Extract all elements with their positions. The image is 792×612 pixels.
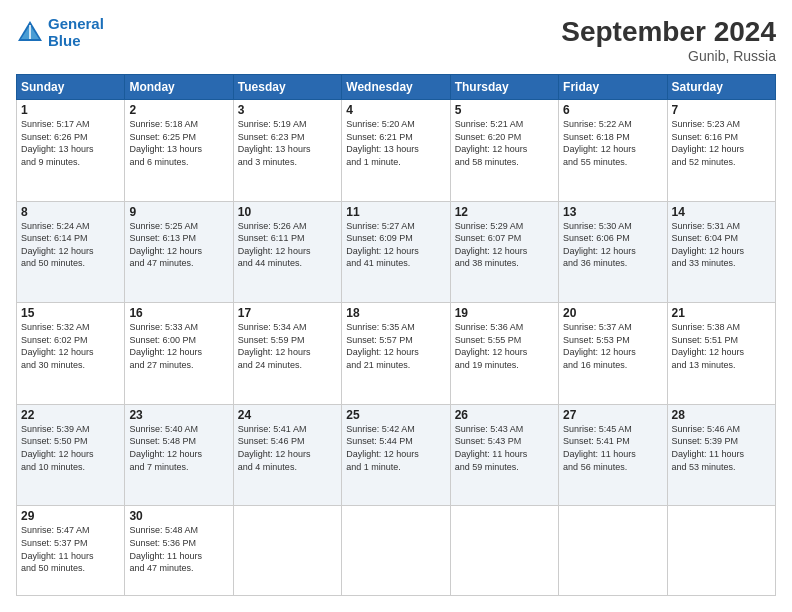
day-info: Sunrise: 5:29 AM Sunset: 6:07 PM Dayligh…	[455, 220, 554, 270]
day-info: Sunrise: 5:19 AM Sunset: 6:23 PM Dayligh…	[238, 118, 337, 168]
day-info: Sunrise: 5:39 AM Sunset: 5:50 PM Dayligh…	[21, 423, 120, 473]
calendar-cell: 12Sunrise: 5:29 AM Sunset: 6:07 PM Dayli…	[450, 201, 558, 303]
calendar-cell: 4Sunrise: 5:20 AM Sunset: 6:21 PM Daylig…	[342, 100, 450, 202]
day-info: Sunrise: 5:25 AM Sunset: 6:13 PM Dayligh…	[129, 220, 228, 270]
calendar-cell: 5Sunrise: 5:21 AM Sunset: 6:20 PM Daylig…	[450, 100, 558, 202]
calendar-cell: 8Sunrise: 5:24 AM Sunset: 6:14 PM Daylig…	[17, 201, 125, 303]
weekday-header-thursday: Thursday	[450, 75, 558, 100]
day-info: Sunrise: 5:40 AM Sunset: 5:48 PM Dayligh…	[129, 423, 228, 473]
day-number: 23	[129, 408, 228, 422]
calendar-week-row: 15Sunrise: 5:32 AM Sunset: 6:02 PM Dayli…	[17, 303, 776, 405]
day-info: Sunrise: 5:43 AM Sunset: 5:43 PM Dayligh…	[455, 423, 554, 473]
day-number: 7	[672, 103, 771, 117]
day-info: Sunrise: 5:21 AM Sunset: 6:20 PM Dayligh…	[455, 118, 554, 168]
calendar-cell	[667, 506, 775, 596]
calendar-cell: 17Sunrise: 5:34 AM Sunset: 5:59 PM Dayli…	[233, 303, 341, 405]
day-info: Sunrise: 5:32 AM Sunset: 6:02 PM Dayligh…	[21, 321, 120, 371]
day-number: 21	[672, 306, 771, 320]
calendar-cell: 30Sunrise: 5:48 AM Sunset: 5:36 PM Dayli…	[125, 506, 233, 596]
day-info: Sunrise: 5:33 AM Sunset: 6:00 PM Dayligh…	[129, 321, 228, 371]
weekday-header-row: SundayMondayTuesdayWednesdayThursdayFrid…	[17, 75, 776, 100]
month-title: September 2024	[561, 16, 776, 48]
calendar-week-row: 29Sunrise: 5:47 AM Sunset: 5:37 PM Dayli…	[17, 506, 776, 596]
logo-icon	[16, 19, 44, 47]
calendar-cell: 13Sunrise: 5:30 AM Sunset: 6:06 PM Dayli…	[559, 201, 667, 303]
day-info: Sunrise: 5:45 AM Sunset: 5:41 PM Dayligh…	[563, 423, 662, 473]
day-number: 26	[455, 408, 554, 422]
day-info: Sunrise: 5:30 AM Sunset: 6:06 PM Dayligh…	[563, 220, 662, 270]
day-number: 4	[346, 103, 445, 117]
calendar-cell: 22Sunrise: 5:39 AM Sunset: 5:50 PM Dayli…	[17, 404, 125, 506]
day-info: Sunrise: 5:42 AM Sunset: 5:44 PM Dayligh…	[346, 423, 445, 473]
day-number: 11	[346, 205, 445, 219]
calendar-cell: 24Sunrise: 5:41 AM Sunset: 5:46 PM Dayli…	[233, 404, 341, 506]
title-block: September 2024 Gunib, Russia	[561, 16, 776, 64]
day-info: Sunrise: 5:46 AM Sunset: 5:39 PM Dayligh…	[672, 423, 771, 473]
day-number: 27	[563, 408, 662, 422]
calendar-cell: 19Sunrise: 5:36 AM Sunset: 5:55 PM Dayli…	[450, 303, 558, 405]
calendar-week-row: 1Sunrise: 5:17 AM Sunset: 6:26 PM Daylig…	[17, 100, 776, 202]
calendar-cell: 14Sunrise: 5:31 AM Sunset: 6:04 PM Dayli…	[667, 201, 775, 303]
calendar-cell: 6Sunrise: 5:22 AM Sunset: 6:18 PM Daylig…	[559, 100, 667, 202]
day-number: 29	[21, 509, 120, 523]
calendar-cell: 29Sunrise: 5:47 AM Sunset: 5:37 PM Dayli…	[17, 506, 125, 596]
day-info: Sunrise: 5:24 AM Sunset: 6:14 PM Dayligh…	[21, 220, 120, 270]
day-number: 9	[129, 205, 228, 219]
weekday-header-friday: Friday	[559, 75, 667, 100]
day-number: 15	[21, 306, 120, 320]
calendar-week-row: 8Sunrise: 5:24 AM Sunset: 6:14 PM Daylig…	[17, 201, 776, 303]
day-number: 28	[672, 408, 771, 422]
calendar-cell: 16Sunrise: 5:33 AM Sunset: 6:00 PM Dayli…	[125, 303, 233, 405]
day-info: Sunrise: 5:23 AM Sunset: 6:16 PM Dayligh…	[672, 118, 771, 168]
day-number: 20	[563, 306, 662, 320]
calendar-cell	[233, 506, 341, 596]
calendar-week-row: 22Sunrise: 5:39 AM Sunset: 5:50 PM Dayli…	[17, 404, 776, 506]
calendar-cell	[450, 506, 558, 596]
calendar-cell: 7Sunrise: 5:23 AM Sunset: 6:16 PM Daylig…	[667, 100, 775, 202]
day-info: Sunrise: 5:37 AM Sunset: 5:53 PM Dayligh…	[563, 321, 662, 371]
calendar-cell: 25Sunrise: 5:42 AM Sunset: 5:44 PM Dayli…	[342, 404, 450, 506]
day-number: 12	[455, 205, 554, 219]
calendar-cell: 9Sunrise: 5:25 AM Sunset: 6:13 PM Daylig…	[125, 201, 233, 303]
calendar-cell: 3Sunrise: 5:19 AM Sunset: 6:23 PM Daylig…	[233, 100, 341, 202]
weekday-header-sunday: Sunday	[17, 75, 125, 100]
calendar-cell: 11Sunrise: 5:27 AM Sunset: 6:09 PM Dayli…	[342, 201, 450, 303]
calendar-table: SundayMondayTuesdayWednesdayThursdayFrid…	[16, 74, 776, 596]
weekday-header-tuesday: Tuesday	[233, 75, 341, 100]
calendar-cell: 20Sunrise: 5:37 AM Sunset: 5:53 PM Dayli…	[559, 303, 667, 405]
day-number: 5	[455, 103, 554, 117]
day-info: Sunrise: 5:34 AM Sunset: 5:59 PM Dayligh…	[238, 321, 337, 371]
day-number: 2	[129, 103, 228, 117]
day-info: Sunrise: 5:20 AM Sunset: 6:21 PM Dayligh…	[346, 118, 445, 168]
calendar-cell: 23Sunrise: 5:40 AM Sunset: 5:48 PM Dayli…	[125, 404, 233, 506]
page: General Blue September 2024 Gunib, Russi…	[0, 0, 792, 612]
day-info: Sunrise: 5:36 AM Sunset: 5:55 PM Dayligh…	[455, 321, 554, 371]
calendar-cell: 21Sunrise: 5:38 AM Sunset: 5:51 PM Dayli…	[667, 303, 775, 405]
day-info: Sunrise: 5:47 AM Sunset: 5:37 PM Dayligh…	[21, 524, 120, 574]
day-info: Sunrise: 5:27 AM Sunset: 6:09 PM Dayligh…	[346, 220, 445, 270]
calendar-cell: 27Sunrise: 5:45 AM Sunset: 5:41 PM Dayli…	[559, 404, 667, 506]
day-number: 22	[21, 408, 120, 422]
day-info: Sunrise: 5:38 AM Sunset: 5:51 PM Dayligh…	[672, 321, 771, 371]
day-number: 19	[455, 306, 554, 320]
calendar-cell: 10Sunrise: 5:26 AM Sunset: 6:11 PM Dayli…	[233, 201, 341, 303]
location: Gunib, Russia	[561, 48, 776, 64]
logo-text: General Blue	[48, 16, 104, 49]
day-info: Sunrise: 5:31 AM Sunset: 6:04 PM Dayligh…	[672, 220, 771, 270]
day-number: 8	[21, 205, 120, 219]
logo: General Blue	[16, 16, 104, 49]
calendar-cell: 15Sunrise: 5:32 AM Sunset: 6:02 PM Dayli…	[17, 303, 125, 405]
day-number: 18	[346, 306, 445, 320]
calendar-cell: 26Sunrise: 5:43 AM Sunset: 5:43 PM Dayli…	[450, 404, 558, 506]
weekday-header-wednesday: Wednesday	[342, 75, 450, 100]
calendar-cell	[559, 506, 667, 596]
day-info: Sunrise: 5:48 AM Sunset: 5:36 PM Dayligh…	[129, 524, 228, 574]
weekday-header-monday: Monday	[125, 75, 233, 100]
day-number: 30	[129, 509, 228, 523]
day-number: 16	[129, 306, 228, 320]
day-info: Sunrise: 5:22 AM Sunset: 6:18 PM Dayligh…	[563, 118, 662, 168]
day-number: 14	[672, 205, 771, 219]
day-number: 10	[238, 205, 337, 219]
header: General Blue September 2024 Gunib, Russi…	[16, 16, 776, 64]
day-info: Sunrise: 5:35 AM Sunset: 5:57 PM Dayligh…	[346, 321, 445, 371]
